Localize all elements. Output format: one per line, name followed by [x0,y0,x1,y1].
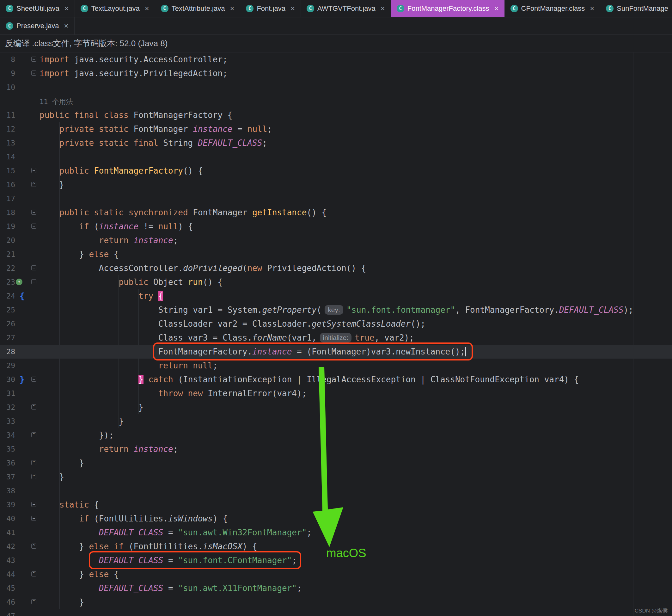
tab-close-icon[interactable]: × [590,5,594,12]
code-text[interactable]: DEFAULT_CLASS = "sun.awt.Win32FontManage… [40,526,672,540]
code-text[interactable]: return instance; [40,442,672,456]
code-text[interactable]: try { [40,289,672,303]
code-text[interactable]: public Object run() { [40,275,672,289]
code-line[interactable]: 33 } [0,414,672,428]
code-line[interactable]: 22 AccessController.doPrivileged(new Pri… [0,261,672,275]
inlay-hint-row[interactable]: 11 个用法 [0,94,672,108]
code-text[interactable]: private static FontManager instance = nu… [40,122,672,136]
code-line[interactable]: 25 String var1 = System.getProperty(key:… [0,303,672,317]
tab-textattribute-java[interactable]: CTextAttribute.java× [155,0,241,17]
code-text[interactable]: public FontManagerFactory() { [40,164,672,178]
code-text[interactable]: } [40,456,672,470]
code-text[interactable]: String var1 = System.getProperty(key:"su… [40,303,672,317]
code-line[interactable]: 32 } [0,400,672,414]
code-text[interactable]: if (FontUtilities.isWindows) { [40,512,672,526]
code-line[interactable]: 39 static { [0,498,672,512]
code-text[interactable]: } else { [40,567,672,581]
code-line[interactable]: 24{ try { [0,289,672,303]
tab-close-icon[interactable]: × [381,5,385,12]
usages-count-text[interactable]: 11 个用法 [40,98,73,106]
fold-marker-icon[interactable] [31,432,36,437]
code-line[interactable]: 46 } [0,595,672,609]
code-line[interactable]: 13 private static final String DEFAULT_C… [0,136,672,150]
code-text[interactable]: } else { [40,247,672,261]
code-text[interactable]: DEFAULT_CLASS = "sun.awt.X11FontManager"… [40,581,672,595]
tab-close-icon[interactable]: × [64,22,69,30]
code-line[interactable]: 23↑ public Object run() { [0,275,672,289]
code-text[interactable]: public final class FontManagerFactory { [40,108,672,122]
code-text[interactable]: } [40,178,672,192]
fold-marker-icon[interactable] [31,377,36,382]
tab-close-icon[interactable]: × [64,5,69,12]
fold-marker-icon[interactable] [31,405,36,410]
code-line[interactable]: 17 [0,192,672,205]
fold-marker-icon[interactable] [31,502,36,507]
code-text[interactable]: } [40,470,672,484]
code-text[interactable]: }); [40,428,672,442]
fold-marker-icon[interactable] [31,265,36,270]
code-line[interactable]: 19 if (instance != null) { [0,219,672,233]
tab-textlayout-java[interactable]: CTextLayout.java× [75,0,155,17]
code-text[interactable]: throw new InternalError(var4); [40,387,672,400]
code-line[interactable]: 35 return instance; [0,442,672,456]
code-line[interactable]: 18 public static synchronized FontManage… [0,205,672,219]
code-text[interactable]: private static final String DEFAULT_CLAS… [40,136,672,150]
code-text[interactable]: } [40,414,672,428]
code-line[interactable]: 27 Class var3 = Class.forName(var1,initi… [0,331,672,345]
code-line[interactable]: 45 DEFAULT_CLASS = "sun.awt.X11FontManag… [0,581,672,595]
override-marker-icon[interactable]: ↑ [16,278,22,285]
code-line[interactable]: 41 DEFAULT_CLASS = "sun.awt.Win32FontMan… [0,526,672,540]
code-text[interactable] [40,484,672,498]
tab-preserve-java[interactable]: CPreserve.java× [0,17,75,34]
code-text[interactable] [40,192,672,205]
code-text[interactable]: FontManagerFactory.instance = (FontManag… [40,345,672,359]
tab-sheetutil-java[interactable]: CSheetUtil.java× [0,0,75,17]
code-line[interactable]: 12 private static FontManager instance =… [0,122,672,136]
tab-cfontmanager-class[interactable]: CCFontManager.class× [505,0,601,17]
tab-close-icon[interactable]: × [230,5,234,12]
code-line[interactable]: 8import java.security.AccessController; [0,52,672,66]
code-line[interactable]: 47 [0,609,672,616]
code-line[interactable]: 37 } [0,470,672,484]
tab-fontmanagerfactory-class[interactable]: CFontManagerFactory.class× [391,0,505,17]
fold-marker-icon[interactable] [31,210,36,215]
tab-close-icon[interactable]: × [145,5,149,12]
fold-marker-icon[interactable] [31,168,36,173]
code-text[interactable]: return instance; [40,233,672,247]
fold-marker-icon[interactable] [31,599,36,604]
code-line[interactable]: 38 [0,484,672,498]
fold-marker-icon[interactable] [31,57,36,62]
fold-marker-icon[interactable] [31,70,36,76]
tab-close-icon[interactable]: × [494,5,499,12]
fold-marker-icon[interactable] [31,516,36,521]
code-text[interactable]: import java.security.AccessController; [40,52,672,66]
code-text[interactable]: static { [40,498,672,512]
code-line[interactable]: 34 }); [0,428,672,442]
code-text[interactable]: ClassLoader var2 = ClassLoader.getSystem… [40,317,672,331]
usages-inlay-hint[interactable]: 11 个用法 [40,94,672,108]
code-text[interactable]: Class var3 = Class.forName(var1,initiali… [40,331,672,345]
code-line[interactable]: 10 [0,80,672,94]
code-line[interactable]: 29 return null; [0,359,672,373]
code-text[interactable] [40,609,672,616]
code-text[interactable]: return null; [40,359,672,373]
code-line[interactable]: 26 ClassLoader var2 = ClassLoader.getSys… [0,317,672,331]
fold-marker-icon[interactable] [31,474,36,479]
code-line[interactable]: 40 if (FontUtilities.isWindows) { [0,512,672,526]
tab-font-java[interactable]: CFont.java× [240,0,301,17]
code-text[interactable]: } [40,400,672,414]
code-text[interactable]: public static synchronized FontManager g… [40,205,672,219]
code-line[interactable]: 16 } [0,178,672,192]
code-line[interactable]: 44 } else { [0,567,672,581]
tab-sunfontmanage[interactable]: CSunFontManage [600,0,672,17]
code-text[interactable]: AccessController.doPrivileged(new Privil… [40,261,672,275]
code-text[interactable]: } catch (InstantiationException | Illega… [40,373,672,387]
code-editor[interactable]: 8import java.security.AccessController;9… [0,52,672,616]
tab-close-icon[interactable]: × [290,5,295,12]
code-text[interactable] [40,150,672,164]
code-text[interactable]: if (instance != null) { [40,219,672,233]
code-line[interactable]: 20 return instance; [0,233,672,247]
fold-marker-icon[interactable] [31,571,36,576]
code-text[interactable] [40,80,672,94]
code-line[interactable]: 31 throw new InternalError(var4); [0,387,672,400]
